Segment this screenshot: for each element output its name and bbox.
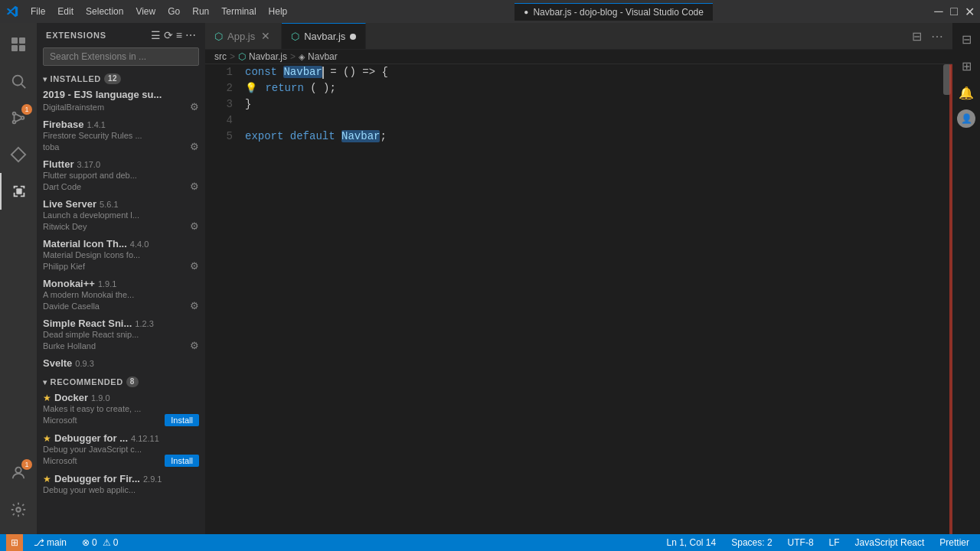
gear-icon[interactable]: ⚙ xyxy=(190,141,199,152)
tab-label: Navbar.js xyxy=(304,31,345,42)
menu-file[interactable]: File xyxy=(24,5,51,18)
minimize-button[interactable]: ─ xyxy=(934,7,943,16)
svg-point-11 xyxy=(15,468,21,473)
list-item[interactable]: 2019 - EJS language su... DigitalBrainst… xyxy=(37,86,205,116)
list-item[interactable]: Svelte 0.9.3 xyxy=(37,354,205,372)
breadcrumb-file[interactable]: Navbar.js xyxy=(249,51,287,62)
code-content[interactable]: const Navbar = () => { 💡 return ( ); } e… xyxy=(242,64,942,534)
avatar-icon[interactable]: 👤 xyxy=(957,109,975,128)
gear-icon[interactable]: ⚙ xyxy=(190,220,199,232)
gear-icon[interactable]: ⚙ xyxy=(190,181,199,192)
encoding-status[interactable]: UTF-8 xyxy=(783,534,818,551)
ext-version: 5.6.1 xyxy=(100,200,118,209)
tab-navbarjs[interactable]: ⬡ Navbar.js xyxy=(282,23,366,49)
activity-explorer[interactable] xyxy=(0,26,37,63)
error-count: 0 xyxy=(92,537,97,548)
more-actions-icon[interactable]: ⋯ xyxy=(185,29,196,41)
list-item[interactable]: Simple React Sni... 1.2.3 Dead simple Re… xyxy=(37,315,205,354)
activity-search[interactable] xyxy=(0,63,37,99)
line-num-3: 3 xyxy=(205,96,233,112)
titlebar-center: ● Navbar.js - dojo-blog - Visual Studio … xyxy=(514,3,713,21)
breadcrumb-sep-2: > xyxy=(290,51,296,62)
installed-section-header[interactable]: ▾ INSTALLED 12 xyxy=(37,69,205,86)
formatter-status[interactable]: Prettier xyxy=(935,534,974,551)
ext-name: 2019 - EJS language su... xyxy=(43,89,162,100)
window-title: Navbar.js - dojo-blog - Visual Studio Co… xyxy=(533,7,704,18)
indent-status[interactable]: Spaces: 2 xyxy=(727,534,776,551)
title-dot: ● xyxy=(524,8,528,16)
breadcrumb-symbol[interactable]: Navbar xyxy=(308,51,338,62)
ext-author: Philipp Kief xyxy=(43,262,85,271)
ext-name: Live Server xyxy=(43,198,96,210)
installed-label: INSTALLED xyxy=(51,74,101,83)
recommended-section-header[interactable]: ▾ RECOMMENDED 8 xyxy=(37,372,205,389)
gear-icon[interactable]: ⚙ xyxy=(190,260,199,272)
more-tab-actions-icon[interactable]: ⋯ xyxy=(928,28,946,45)
eol-status[interactable]: LF xyxy=(825,534,844,551)
install-debugger-button[interactable]: Install xyxy=(165,455,199,467)
breadcrumb-src[interactable]: src xyxy=(214,51,227,62)
collapse-all-icon[interactable]: ≡ xyxy=(176,29,182,41)
star-icon: ★ xyxy=(43,433,51,444)
toggle-panel-icon[interactable]: ⊟ xyxy=(959,29,975,50)
activity-account[interactable]: 1 xyxy=(0,455,37,491)
ext-description: Material Design Icons fo... xyxy=(43,250,188,259)
ext-author: Burke Holland xyxy=(43,341,96,350)
editor-scrollbar[interactable] xyxy=(942,64,952,534)
menu-help[interactable]: Help xyxy=(263,5,294,18)
menu-view[interactable]: View xyxy=(129,5,162,18)
list-item[interactable]: ★ Debugger for ... 4.12.11 Debug your Ja… xyxy=(37,429,205,470)
menu-selection[interactable]: Selection xyxy=(80,5,129,18)
titlebar-tab: ● Navbar.js - dojo-blog - Visual Studio … xyxy=(514,3,713,21)
code-editor[interactable]: 1 2 3 4 5 const Navbar = () => { 💡 retur… xyxy=(205,64,952,534)
filter-extensions-icon[interactable]: ☰ xyxy=(151,29,161,41)
activity-extensions[interactable] xyxy=(0,173,37,210)
list-item[interactable]: Firebase 1.4.1 Firestore Security Rules … xyxy=(37,116,205,155)
remote-indicator[interactable]: ⊞ xyxy=(6,534,23,551)
scrollbar-error-indicator xyxy=(949,64,952,534)
list-item[interactable]: Monokai++ 1.9.1 A modern Monokai the... … xyxy=(37,275,205,315)
language-text: JavaScript React xyxy=(855,537,925,548)
language-status[interactable]: JavaScript React xyxy=(851,534,929,551)
ext-description: Launch a development l... xyxy=(43,210,188,220)
close-button[interactable]: ✕ xyxy=(965,7,974,16)
list-item[interactable]: ★ Docker 1.9.0 Makes it easy to create, … xyxy=(37,389,205,429)
search-input[interactable] xyxy=(43,47,199,66)
ext-version: 4.12.11 xyxy=(131,434,159,443)
maximize-button[interactable]: □ xyxy=(949,7,959,16)
list-item[interactable]: Live Server 5.6.1 Launch a development l… xyxy=(37,195,205,235)
cursor-position[interactable]: Ln 1, Col 14 xyxy=(662,534,721,551)
list-item[interactable]: ★ Debugger for Fir... 2.9.1 Debug your w… xyxy=(37,470,205,497)
gear-icon[interactable]: ⚙ xyxy=(190,300,199,311)
list-item[interactable]: Material Icon Th... 4.4.0 Material Desig… xyxy=(37,235,205,275)
menu-go[interactable]: Go xyxy=(162,5,186,18)
branch-status[interactable]: ⎇ main xyxy=(29,534,71,551)
notifications-icon[interactable]: 🔔 xyxy=(956,83,977,103)
errors-status[interactable]: ⊗ 0 ⚠ 0 xyxy=(77,534,122,551)
list-item[interactable]: Flutter 3.17.0 Flutter support and deb..… xyxy=(37,155,205,195)
ext-version: 1.2.3 xyxy=(135,319,153,328)
split-editor-icon[interactable]: ⊟ xyxy=(909,28,925,45)
activity-debug[interactable] xyxy=(0,136,37,173)
menu-edit[interactable]: Edit xyxy=(51,5,80,18)
tab-appjs[interactable]: ⬡ App.js ✕ xyxy=(205,23,282,49)
tabs-right-actions: ⊟ ⋯ xyxy=(909,28,952,45)
svg-rect-3 xyxy=(19,45,25,51)
menu-terminal[interactable]: Terminal xyxy=(215,5,262,18)
tab-close-icon[interactable]: ✕ xyxy=(260,30,272,42)
ext-version: 2.9.1 xyxy=(143,474,162,484)
activity-settings[interactable] xyxy=(0,491,37,528)
line-num-2: 2 xyxy=(205,80,233,96)
svg-rect-0 xyxy=(11,37,18,44)
installed-chevron-icon: ▾ xyxy=(43,75,47,83)
breadcrumb-sep-1: > xyxy=(230,51,235,62)
op-semicolon: ; xyxy=(380,129,386,145)
refresh-icon[interactable]: ⟳ xyxy=(164,29,173,41)
op-paren: ( ); xyxy=(304,80,336,96)
gear-icon[interactable]: ⚙ xyxy=(190,101,199,112)
activity-source-control[interactable]: 1 xyxy=(0,99,37,136)
open-remote-icon[interactable]: ⊞ xyxy=(959,56,975,77)
gear-icon[interactable]: ⚙ xyxy=(190,340,199,351)
install-docker-button[interactable]: Install xyxy=(165,414,199,426)
menu-run[interactable]: Run xyxy=(186,5,215,18)
